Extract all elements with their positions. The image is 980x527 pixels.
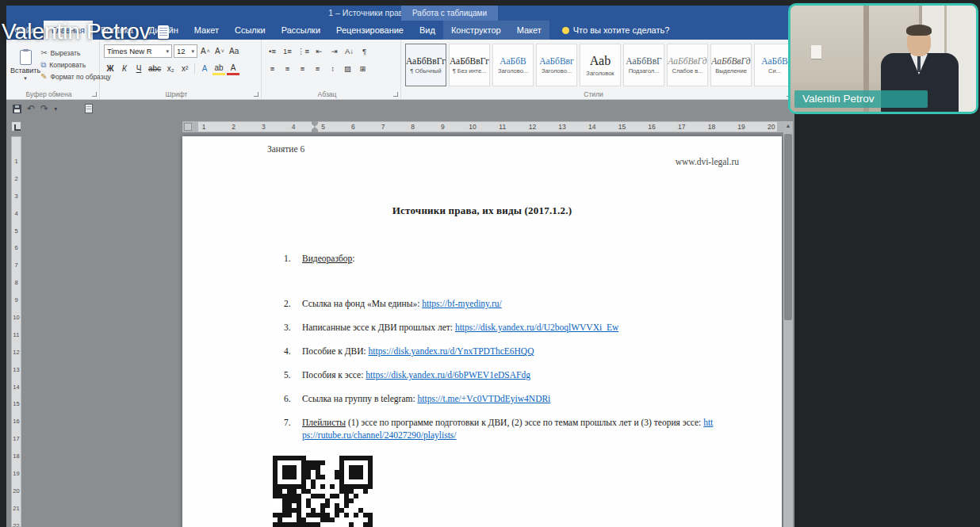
style-name: Подзагол... xyxy=(629,67,660,74)
style-card[interactable]: Ааb Заголовок xyxy=(580,44,621,86)
word-window: 1 – Источники права, их виды – Word Рабо… xyxy=(6,6,794,527)
paragraph-button[interactable]: ↕ xyxy=(326,62,339,75)
scrollbar-thumb[interactable] xyxy=(784,134,792,320)
list-number: 4. xyxy=(284,345,302,357)
undo-icon[interactable]: ↶ xyxy=(27,104,35,113)
paragraph-button[interactable]: ⋮≡ xyxy=(296,44,311,58)
paragraph-button[interactable]: ⊞ xyxy=(356,62,369,75)
hyperlink[interactable]: https://disk.yandex.ru/d/6bPWEV1eDSAFdg xyxy=(366,370,530,380)
paragraph-button[interactable]: ≡ xyxy=(266,62,279,75)
list-number: 1. xyxy=(284,252,302,265)
presenter-name: Valentin Petrov xyxy=(2,19,151,44)
ruler-margin-box[interactable] xyxy=(184,123,192,131)
ruler-number: 16 xyxy=(11,418,21,425)
ruler-number: 4 xyxy=(11,211,21,217)
ruler-number: 20 xyxy=(11,488,21,495)
webcam-video: Valentin Petrov xyxy=(788,3,978,114)
tell-me-search[interactable]: Что вы хотите сделать? xyxy=(554,21,678,40)
document-page[interactable]: Занятие 6 www.dvi-legal.ru Источники пра… xyxy=(182,136,782,527)
hyperlink[interactable]: https://bf-myediny.ru/ xyxy=(422,299,502,308)
grow-font-button[interactable]: А xyxy=(199,44,212,58)
paragraph-button[interactable]: 1≡ xyxy=(281,44,294,58)
ruler-number: 3 xyxy=(258,121,269,132)
style-card[interactable]: АаБбВвГг ¶ Обычный xyxy=(405,44,446,86)
ruler-number: 10 xyxy=(467,121,478,132)
paste-button[interactable]: Вставить ▾ xyxy=(10,43,40,88)
ruler-number: 19 xyxy=(736,121,747,132)
style-preview: АаБбВвГд xyxy=(668,56,706,66)
style-card[interactable]: АаБбВ Заголово... xyxy=(492,44,534,86)
underline-button[interactable]: Ч xyxy=(132,62,145,75)
paragraph-button[interactable]: ¶ xyxy=(358,44,371,58)
chevron-down-icon: ▾ xyxy=(166,49,169,54)
paragraph-button[interactable]: ≡ xyxy=(281,62,294,75)
ribbon-tab[interactable]: Макет xyxy=(509,21,549,40)
style-card[interactable]: АаБбВвГ Подзагол... xyxy=(623,44,664,86)
ribbon-tab[interactable]: Макет xyxy=(186,21,227,40)
save-icon[interactable] xyxy=(13,105,21,113)
hyperlink[interactable]: https://disk.yandex.ru/d/U2boqlWVVXi_Ew xyxy=(455,323,618,332)
style-card[interactable]: АаБбВвГд Слабое в... xyxy=(667,44,708,86)
paragraph-button[interactable]: •≡ xyxy=(266,44,279,58)
subscript-button[interactable]: x₂ xyxy=(164,62,177,75)
paragraph-button[interactable]: ⇥ xyxy=(327,44,341,58)
paragraph-group-label: Абзац xyxy=(262,90,392,98)
font-dialog-launcher[interactable] xyxy=(254,92,258,97)
ruler-number: 21 xyxy=(11,506,21,512)
paragraph-button[interactable]: ▨ xyxy=(341,62,354,75)
ruler-number: 5 xyxy=(318,121,329,132)
list-item: 3. Написанные эссе к ДВИ прошлых лет: ht… xyxy=(284,321,716,334)
highlight-color-button[interactable]: ab xyxy=(212,62,225,75)
tab-selector[interactable] xyxy=(11,121,21,132)
bold-button[interactable]: Ж xyxy=(104,62,117,75)
redo-icon[interactable]: ↷ xyxy=(40,104,48,113)
style-name: Заголовок xyxy=(586,70,614,77)
ruler-number: 12 xyxy=(526,121,538,132)
vertical-scrollbar[interactable]: ▲ xyxy=(783,121,793,527)
styles-group: АаБбВвГг ¶ Обычный АаБбВвГг ¶ Без инте..… xyxy=(401,40,794,99)
scroll-up-icon[interactable]: ▲ xyxy=(783,121,793,131)
shrink-font-button[interactable]: А xyxy=(213,44,226,58)
ribbon-tab[interactable]: Рецензирование xyxy=(328,21,412,40)
font-name-combo[interactable]: Times New R ▾ xyxy=(104,44,172,58)
list-item: 6. Ссылка на группу в telegram: https://… xyxy=(284,392,716,405)
chevron-down-icon: ▾ xyxy=(191,49,194,54)
paragraph-dialog-launcher[interactable] xyxy=(393,92,398,97)
style-card[interactable]: АаБбВвГг ¶ Без инте... xyxy=(449,44,490,86)
hyperlink[interactable]: https://disk.yandex.ru/d/YnxTPDThcE6HQQ xyxy=(369,346,534,356)
ruler-number: 20 xyxy=(766,121,777,132)
window-title: 1 – Источники права, их виды – Word xyxy=(6,8,794,17)
paragraph-button[interactable]: ⇤ xyxy=(312,44,326,58)
style-card[interactable]: АаБбВвг Заголово... xyxy=(536,44,577,86)
font-color-button[interactable]: А xyxy=(227,62,239,75)
ribbon-tab[interactable]: Конструктор xyxy=(443,21,509,40)
list-number: 2. xyxy=(284,297,302,310)
clipboard-dialog-launcher[interactable] xyxy=(92,92,97,97)
brush-icon: ✎ xyxy=(40,72,47,81)
tell-me-label: Что вы хотите сделать? xyxy=(573,25,670,35)
text-effects-button[interactable]: А xyxy=(198,62,211,75)
change-case-button[interactable]: Аа xyxy=(228,44,240,58)
style-card[interactable]: АаБбВвГд Выделение xyxy=(710,44,752,86)
touch-mode-icon[interactable] xyxy=(85,104,93,113)
superscript-button[interactable]: x² xyxy=(178,62,191,75)
ribbon-tab[interactable]: Рассылки xyxy=(274,21,328,40)
ruler-number: 15 xyxy=(11,401,21,407)
ruler-number: 5 xyxy=(11,228,21,235)
italic-button[interactable]: К xyxy=(118,62,131,75)
list-number: 5. xyxy=(284,369,302,381)
customize-qat-icon[interactable]: ▾ xyxy=(54,105,57,113)
ribbon-tab[interactable]: Ссылки xyxy=(227,21,274,40)
hyperlink[interactable]: https://t.me/+Vc0VTDdEyiw4NDRi xyxy=(418,394,551,403)
doc-title: Источники права, их виды (2017.1.2.) xyxy=(182,204,782,217)
strikethrough-button[interactable]: abc xyxy=(147,62,163,75)
paragraph-button[interactable]: ≡ xyxy=(296,62,309,75)
quick-access-toolbar: ↶ ↷ ▾ xyxy=(13,104,93,113)
paragraph-button[interactable]: ≡ xyxy=(311,62,324,75)
font-size-combo[interactable]: 12 ▾ xyxy=(174,44,197,58)
ruler-number: 13 xyxy=(557,121,568,132)
paragraph-button[interactable]: А↓ xyxy=(343,44,356,58)
clipboard-group-label: Буфер обмена xyxy=(6,90,91,98)
ruler-number: 4 xyxy=(288,121,299,132)
ribbon-tab[interactable]: Вид xyxy=(412,21,443,40)
